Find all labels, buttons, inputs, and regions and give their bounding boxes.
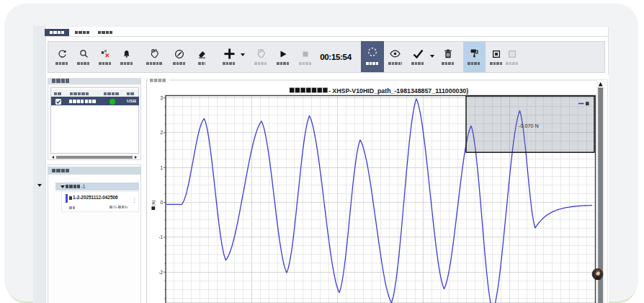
- svg-text:- XHSP-V10HID_path_-1981348857: - XHSP-V10HID_path_-1981348857_111000030…: [328, 87, 468, 95]
- svg-text:2: 2: [160, 130, 163, 135]
- svg-text:0: 0: [160, 200, 163, 205]
- svg-text:[N]: [N]: [151, 200, 156, 206]
- svg-text:-2: -2: [158, 270, 163, 275]
- svg-text:-1: -1: [158, 234, 163, 240]
- svg-text:1: 1: [160, 165, 163, 170]
- svg-text:3: 3: [160, 95, 163, 100]
- svg-text:-0.070 N: -0.070 N: [519, 123, 539, 129]
